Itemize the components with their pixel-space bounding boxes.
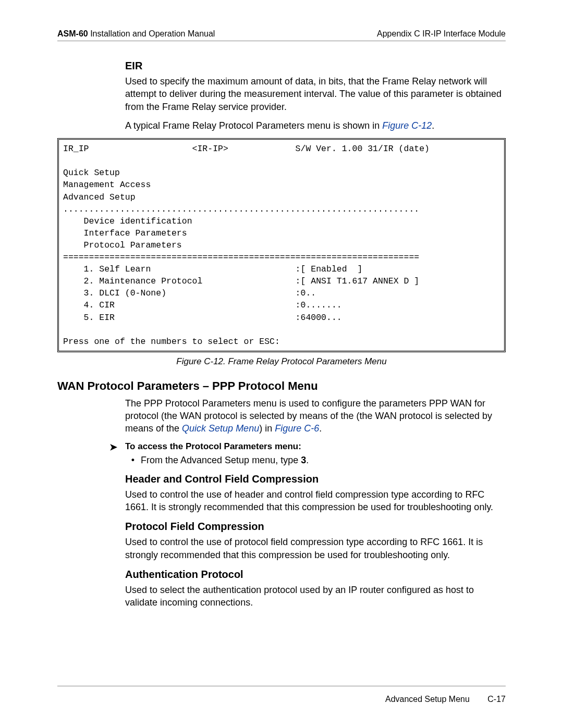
footer-label: Advanced Setup Menu [385,695,470,704]
hcfc-para: Used to control the use of header and co… [125,488,506,514]
procedure-arrow-icon: ➤ [109,441,125,453]
bullet-row: • From the Advanced Setup menu, type 3. [125,455,506,466]
quick-setup-link[interactable]: Quick Setup Menu [182,423,259,434]
auth-para: Used to select the authentication protoc… [125,584,506,609]
content-area: EIR Used to specify the maximum amount o… [57,41,506,609]
header-left: ASM-60 Installation and Operation Manual [57,29,215,39]
auth-heading: Authentication Protocol [125,569,506,581]
wan-heading: WAN Protocol Parameters – PPP Protocol M… [57,379,506,393]
pfc-para: Used to control the use of protocol fiel… [125,536,506,561]
procedure-row: ➤ To access the Protocol Parameters menu… [109,441,506,453]
figure-c6-link[interactable]: Figure C-6 [275,423,319,434]
terminal-screen: IR_IP <IR-IP> S/W Ver. 1.00 31/IR (date)… [57,138,506,352]
page-header: ASM-60 Installation and Operation Manual… [57,29,506,41]
page-footer: Advanced Setup Menu C-17 [385,695,506,704]
pfc-heading: Protocol Field Compression [125,521,506,533]
hcfc-heading: Header and Control Field Compression [125,473,506,485]
manual-title: Installation and Operation Manual [88,29,215,38]
eir-heading: EIR [125,60,506,72]
figure-link[interactable]: Figure C-12 [382,120,432,131]
eir-para-2: A typical Frame Relay Protocol Parameter… [125,119,506,132]
bullet-icon: • [125,455,141,466]
procedure-title: To access the Protocol Parameters menu: [125,441,301,452]
footer-rule [57,686,506,686]
page-number: C-17 [487,695,506,704]
figure-caption: Figure C-12. Frame Relay Protocol Parame… [57,356,506,367]
product-name: ASM-60 [57,29,88,38]
eir-para-1: Used to specify the maximum amount of da… [125,75,506,113]
bullet-text: From the Advanced Setup menu, type 3. [141,455,309,466]
page: ASM-60 Installation and Operation Manual… [0,0,563,728]
wan-para: The PPP Protocol Parameters menu is used… [125,397,506,435]
header-right: Appendix C IR-IP Interface Module [377,29,506,39]
